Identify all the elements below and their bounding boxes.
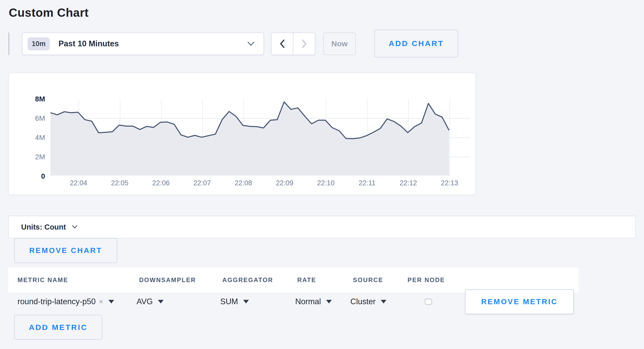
page-title: Custom Chart <box>9 6 89 20</box>
gridline-vertical <box>202 99 203 176</box>
chevron-right-icon <box>301 39 308 48</box>
rate-value: Normal <box>295 297 321 306</box>
aggregator-dropdown[interactable]: SUM <box>220 297 249 306</box>
add-metric-button[interactable]: ADD METRIC <box>14 315 102 340</box>
metric-name-dropdown[interactable]: round-trip-latency-p50 × <box>18 297 114 306</box>
gridline-vertical <box>285 99 285 176</box>
x-axis-tick-label: 22:12 <box>400 179 417 187</box>
x-axis-tick-label: 22:05 <box>111 179 129 187</box>
chart-card: 8M6M4M2M022:0422:0522:0622:0722:0822:092… <box>8 73 476 195</box>
gridline-vertical <box>161 99 162 176</box>
caret-down-icon <box>108 300 114 303</box>
time-next-button[interactable] <box>293 33 315 55</box>
downsampler-dropdown[interactable]: AVG <box>137 297 164 306</box>
caret-down-icon <box>158 300 164 303</box>
y-axis-tick-label: 2M <box>35 153 45 161</box>
custom-chart-page: Custom Chart 10m Past 10 Minutes Now ADD… <box>0 0 644 349</box>
x-axis-tick-label: 22:10 <box>317 179 335 187</box>
gridline-horizontal <box>59 118 470 119</box>
now-button[interactable]: Now <box>323 32 356 55</box>
gridline-vertical <box>450 99 450 176</box>
metric-name-value: round-trip-latency-p50 <box>18 297 96 306</box>
x-axis-tick-label: 22:09 <box>276 179 293 187</box>
source-value: Cluster <box>350 297 376 306</box>
units-label: Units: Count <box>21 223 66 231</box>
col-rate: RATE <box>297 276 316 284</box>
y-axis-tick-label: 6M <box>35 114 45 123</box>
toolbar-divider <box>9 32 9 55</box>
x-axis-tick-label: 22:11 <box>359 179 376 187</box>
chevron-down-icon <box>72 225 78 229</box>
chevron-down-icon <box>247 41 255 46</box>
chevron-left-icon <box>279 39 286 48</box>
col-metric-name: METRIC NAME <box>18 276 68 284</box>
gridline-vertical <box>243 99 244 176</box>
x-axis-tick-label: 22:13 <box>441 179 458 187</box>
aggregator-value: SUM <box>220 297 238 306</box>
gridline-horizontal <box>59 137 470 138</box>
gridline-horizontal <box>59 157 470 157</box>
caret-down-icon <box>326 300 332 303</box>
remove-metric-button[interactable]: REMOVE METRIC <box>465 289 574 314</box>
col-downsampler: DOWNSAMPLER <box>139 276 196 284</box>
remove-chart-button[interactable]: REMOVE CHART <box>14 238 117 263</box>
time-prev-button[interactable] <box>272 33 293 55</box>
gridline-vertical <box>79 99 79 176</box>
metrics-table-header: METRIC NAME DOWNSAMPLER AGGREGATOR RATE … <box>8 268 578 292</box>
per-node-checkbox[interactable] <box>425 299 432 305</box>
caret-down-icon <box>381 300 386 303</box>
downsampler-value: AVG <box>137 297 153 306</box>
col-per-node: PER NODE <box>408 276 445 284</box>
remove-metric-tag-icon[interactable]: × <box>99 297 103 306</box>
rate-dropdown[interactable]: Normal <box>295 297 332 306</box>
time-scale-badge: 10m <box>28 37 50 50</box>
time-range-dropdown[interactable]: 10m Past 10 Minutes <box>22 32 264 55</box>
y-axis-tick-label: 4M <box>35 134 45 142</box>
x-axis-tick-label: 22:06 <box>152 179 170 187</box>
col-source: SOURCE <box>353 276 383 284</box>
time-nav-group <box>271 32 315 55</box>
gridline-vertical <box>408 99 409 176</box>
y-axis-tick-label: 0 <box>41 172 45 180</box>
gridline-vertical <box>326 99 326 176</box>
x-axis-tick-label: 22:08 <box>235 179 252 187</box>
add-chart-button[interactable]: ADD CHART <box>374 30 458 57</box>
source-dropdown[interactable]: Cluster <box>350 297 386 306</box>
x-axis-tick-label: 22:07 <box>193 179 211 187</box>
units-dropdown[interactable]: Units: Count <box>8 216 636 238</box>
gridline-vertical <box>120 99 120 176</box>
time-range-label: Past 10 Minutes <box>58 39 247 48</box>
col-aggregator: AGGREGATOR <box>222 276 273 284</box>
caret-down-icon <box>243 300 249 303</box>
x-axis-tick-label: 22:04 <box>70 179 87 187</box>
gridline-vertical <box>367 99 368 176</box>
y-axis-tick-label: 8M <box>35 95 45 103</box>
